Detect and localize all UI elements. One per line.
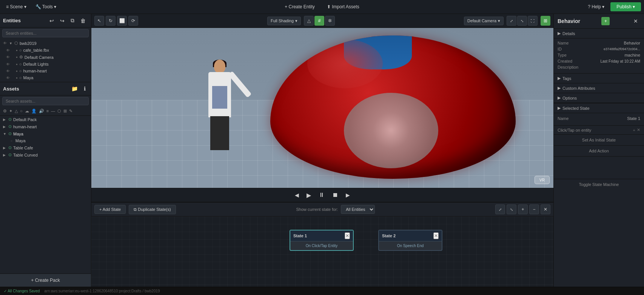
tool-icon-12[interactable]: ✎: [68, 108, 73, 114]
rotate-tool-btn[interactable]: ⬜: [117, 16, 127, 26]
select-tool-btn[interactable]: ↖: [94, 16, 104, 26]
tool-icon-10[interactable]: ⬡: [57, 108, 62, 114]
entities-undo-btn[interactable]: ↩: [47, 16, 56, 25]
entities-copy-btn[interactable]: ⧉: [68, 16, 77, 25]
translate-tool-btn[interactable]: ↻: [106, 16, 116, 26]
visibility-icon[interactable]: 👁: [6, 55, 10, 59]
prev-panel-btn[interactable]: ◀: [293, 191, 301, 199]
behavior-canvas[interactable]: State 1 ✕ On Click/Tap Entity State 2 ✕ …: [91, 217, 553, 287]
expand-icon[interactable]: ▶: [3, 153, 7, 157]
tree-item[interactable]: 👁 ● ○ human-heart: [0, 68, 91, 74]
vr-icon[interactable]: VR: [535, 176, 550, 184]
assets-search[interactable]: [2, 97, 89, 105]
shading-dropdown[interactable]: Full Shading ▾: [267, 17, 301, 25]
asset-item[interactable]: ▶ ⊙ Table Curved: [0, 151, 91, 158]
fit-btn[interactable]: ⤢: [495, 204, 505, 214]
entities-redo-btn[interactable]: ↪: [58, 16, 67, 25]
tags-chevron: ▶: [558, 76, 561, 81]
state-node-2[interactable]: State 2 ✕ On Speech End: [378, 230, 442, 251]
state-node-1[interactable]: State 1 ✕ On Click/Tap Entity: [290, 230, 354, 251]
asset-item[interactable]: ○ Maya: [0, 137, 91, 144]
next-panel-btn[interactable]: ▶: [344, 191, 352, 199]
tool-icon-8[interactable]: ≡: [46, 108, 49, 114]
expand-icon[interactable]: ▼: [9, 41, 13, 45]
options-header[interactable]: ▶ Options: [554, 93, 644, 103]
close-behavior-btn[interactable]: ✕: [541, 204, 550, 214]
tool-icon-11[interactable]: ⊞: [63, 108, 68, 114]
assets-import-btn[interactable]: 📁: [69, 85, 80, 93]
action-add-btn[interactable]: +: [633, 128, 635, 132]
asset-item[interactable]: ▶ ⊙ Default Pack: [0, 116, 91, 123]
perspective-icon[interactable]: △: [304, 16, 314, 26]
toggle-state-btn[interactable]: Toggle State Machine: [554, 179, 644, 190]
visibility-icon[interactable]: 👁: [6, 48, 10, 52]
behavior-action-btn[interactable]: +: [601, 17, 610, 25]
custom-attrs-chevron: ▶: [558, 86, 561, 91]
wireframe-icon[interactable]: ✲: [325, 16, 335, 26]
play-btn[interactable]: ▶: [304, 191, 313, 200]
expand-icon[interactable]: ▶: [3, 146, 7, 150]
expand-icon[interactable]: ▶: [3, 118, 7, 121]
help-btn[interactable]: ? Help ▾: [585, 3, 607, 11]
state2-close-btn[interactable]: ✕: [433, 232, 439, 239]
visibility-icon[interactable]: 👁: [3, 41, 7, 45]
tree-item[interactable]: 👁 ● ○ Default Lights: [0, 61, 91, 68]
custom-attrs-header[interactable]: ▶ Custom Attributes: [554, 83, 644, 93]
tool-icon-9[interactable]: —: [50, 108, 56, 114]
tree-item[interactable]: 👁 ● ⚙ Default Camera: [0, 54, 91, 61]
behavior-icon[interactable]: ⊞: [541, 16, 550, 26]
zoom-in-btn[interactable]: +: [518, 204, 528, 214]
state-name-value: State 1: [627, 116, 640, 121]
scene-menu-btn[interactable]: ≡ Scene ▾: [3, 3, 29, 11]
asset-item[interactable]: ▶ ⊙ human-heart: [0, 123, 91, 130]
create-entity-btn[interactable]: + Create Entity: [282, 3, 318, 11]
create-pack-btn[interactable]: + Create Pack: [0, 273, 91, 287]
tools-menu-btn[interactable]: 🔧 Tools ▾: [32, 3, 59, 11]
tags-section-header[interactable]: ▶ Tags: [554, 74, 644, 83]
expand-icon[interactable]: ▶: [3, 125, 7, 129]
selected-state-section: ▶ Selected State Name State 1 Click/Tap …: [554, 103, 644, 190]
camera-dropdown[interactable]: Default Camera ▾: [464, 17, 504, 25]
add-action-btn[interactable]: Add Action: [554, 146, 644, 157]
tool-icon-6[interactable]: 👤: [31, 108, 37, 114]
expand-icon[interactable]: ▼: [3, 132, 7, 136]
tool-icon-3[interactable]: △: [14, 108, 18, 114]
publish-btn[interactable]: Publish ▾: [610, 2, 641, 11]
tool-icon-1[interactable]: ⚙: [2, 108, 8, 114]
visibility-icon[interactable]: 👁: [6, 69, 10, 73]
import-assets-btn[interactable]: ⬆ Import Assets: [324, 3, 362, 11]
frame-btn[interactable]: ⤡: [517, 16, 527, 26]
set-initial-state-row[interactable]: Set As Initial State: [554, 135, 644, 146]
duplicate-state-btn[interactable]: ⧉ Duplicate State(s): [129, 205, 176, 214]
grid-icon[interactable]: #: [314, 16, 324, 26]
selected-state-header[interactable]: ▶ Selected State: [554, 103, 644, 113]
tree-item[interactable]: 👁 ● ○ cafe_table.fbx: [0, 47, 91, 54]
right-panel-close-btn[interactable]: ✕: [631, 17, 640, 25]
tree-item[interactable]: 👁 ● ○ Maya: [0, 74, 91, 81]
state1-close-btn[interactable]: ✕: [345, 232, 350, 239]
3d-viewport[interactable]: VR: [91, 28, 553, 188]
pause-btn[interactable]: ⏸: [316, 191, 327, 200]
tool-icon-7[interactable]: 🔊: [38, 108, 45, 114]
visibility-icon[interactable]: 👁: [6, 76, 10, 80]
entities-delete-btn[interactable]: 🗑: [78, 16, 88, 25]
fullscreen-btn[interactable]: ⛶: [528, 16, 538, 26]
tree-item[interactable]: 👁 ▼ ⬡ bwb2019: [0, 40, 91, 47]
asset-item[interactable]: ▶ ⊙ Table Cafe: [0, 144, 91, 151]
scale-tool-btn[interactable]: ⟳: [128, 16, 138, 26]
details-section-header[interactable]: ▶ Details: [554, 29, 644, 38]
assets-info-btn[interactable]: ℹ: [82, 85, 88, 93]
zoom-out-btn[interactable]: −: [529, 204, 539, 214]
fit2-btn[interactable]: ⤡: [507, 204, 516, 214]
fit-view-btn[interactable]: ⤢: [507, 16, 516, 26]
action-remove-btn[interactable]: ✕: [637, 128, 640, 132]
visibility-icon[interactable]: 👁: [6, 62, 10, 66]
add-state-btn[interactable]: + Add State: [94, 205, 126, 214]
tool-icon-4[interactable]: ○: [19, 108, 23, 114]
stop-btn[interactable]: ⏹: [330, 191, 340, 200]
tool-icon-5[interactable]: ☁: [24, 108, 30, 114]
entity-select[interactable]: All Entities: [341, 205, 375, 214]
tool-icon-2[interactable]: ✦: [8, 108, 13, 114]
entities-search[interactable]: [2, 29, 89, 37]
asset-item[interactable]: ▼ ⊙ Maya: [0, 130, 91, 137]
